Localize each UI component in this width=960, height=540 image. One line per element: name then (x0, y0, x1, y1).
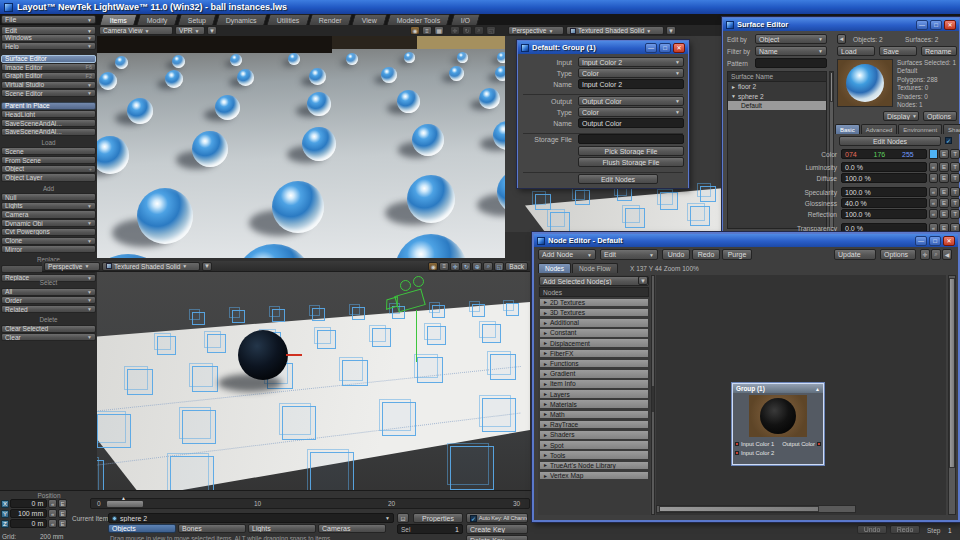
item-lock-button[interactable]: ⊡ (397, 513, 409, 523)
expand-icon[interactable]: ► (543, 361, 548, 367)
expand-icon[interactable]: ► (543, 350, 548, 356)
node-category-additional[interactable]: ►Additional (539, 318, 649, 328)
item-type-bones[interactable]: Bones (178, 524, 246, 533)
port-icon[interactable] (735, 442, 739, 446)
list-icon[interactable]: ≡ (439, 262, 449, 271)
maximize-icon[interactable]: □ (659, 43, 671, 53)
node-category-2d-textures[interactable]: ►2D Textures (539, 298, 649, 308)
current-item-select[interactable]: sphere 2 ▼ (108, 513, 394, 523)
slider-nudge-button[interactable]: « (929, 187, 938, 197)
camera-icon[interactable]: ◉ (428, 262, 438, 271)
minimize-icon[interactable]: — (915, 236, 927, 246)
sidebar-item-virtual-studio[interactable]: Virtual Studio▼ (1, 81, 96, 89)
sidebar-item-from-scene[interactable]: From Scene (1, 156, 96, 164)
expand-icon[interactable]: ▼ (731, 93, 736, 99)
canvas-hscrollbar[interactable] (656, 505, 856, 513)
sidebar-item-scene-editor[interactable]: Scene Editor▼ (1, 89, 96, 97)
envelope-button[interactable]: E (58, 499, 67, 508)
file-menu-button[interactable]: File▼ (1, 15, 96, 24)
maximize-icon[interactable]: □ (930, 20, 942, 30)
envelope-button[interactable]: E (58, 519, 67, 528)
slider-nudge-button[interactable]: « (48, 509, 57, 518)
close-icon[interactable]: ✕ (673, 43, 685, 53)
zoom-icon[interactable]: ⌕ (474, 26, 484, 35)
sidebar-item-order[interactable]: Order▼ (1, 296, 96, 304)
rotate-icon[interactable]: ↻ (461, 262, 471, 271)
sidebar-item-surface-editor[interactable]: Surface Editor (1, 55, 96, 63)
property-value-field[interactable]: 100.0 % (841, 187, 927, 197)
sidebar-item-lights[interactable]: Lights▼ (1, 202, 96, 210)
input-name-field[interactable]: Input Color 2 (578, 79, 684, 89)
property-value-field[interactable]: 100.0 % (841, 209, 927, 219)
node-category-math[interactable]: ►Math (539, 410, 649, 420)
texture-button[interactable]: T (950, 149, 960, 159)
expand-icon[interactable]: ► (543, 299, 548, 305)
pan-icon[interactable]: ✛ (450, 262, 460, 271)
canvas-vscrollbar[interactable] (948, 275, 956, 515)
auto-key-toggle[interactable]: ✓ Auto Key: All Channels ▼ (466, 513, 528, 523)
undo-button[interactable]: Undo (662, 249, 690, 260)
edit-nodes-button[interactable]: Edit Nodes (578, 174, 658, 184)
position-value-field[interactable]: 0 m (10, 519, 47, 528)
edit-by-select[interactable]: Object▼ (755, 34, 827, 44)
output-name-field[interactable]: Output Color (578, 118, 684, 128)
item-type-lights[interactable]: Lights (248, 524, 316, 533)
redo-button[interactable]: Redo (692, 249, 720, 260)
envelope-button[interactable]: E (939, 173, 949, 183)
sidebar-item-camera[interactable]: Camera (1, 210, 96, 218)
grid-icon[interactable]: ▦ (434, 26, 444, 35)
texture-button[interactable]: T (950, 198, 960, 208)
sidebar-item-windows[interactable]: Windows▼ (1, 34, 96, 42)
undo-button[interactable]: Undo (857, 525, 887, 534)
expand-icon[interactable]: ► (543, 371, 548, 377)
close-icon[interactable]: ✕ (943, 236, 955, 246)
add-selected-nodes-button[interactable]: Add Selected Node(s) (539, 276, 649, 286)
rotate-icon[interactable]: ↻ (462, 26, 472, 35)
sidebar-item-mirror[interactable]: Mirror (1, 245, 96, 253)
envelope-button[interactable]: E (939, 149, 949, 159)
tab-shaders[interactable]: Shaders (943, 124, 960, 134)
maximize-icon[interactable]: □ (929, 236, 941, 246)
node-category-constant[interactable]: ►Constant (539, 328, 649, 338)
sidebar-item-clear[interactable]: Clear▼ (1, 333, 96, 341)
property-value-field[interactable]: 100.0 % (841, 173, 927, 183)
perspective-view-select[interactable]: Perspective▼ (44, 262, 100, 271)
menu-tab-setup[interactable]: Setup (177, 14, 216, 25)
node-category-vertex-map[interactable]: ►Vertex Map (539, 471, 649, 481)
node-panel-scrollbar[interactable] (651, 275, 655, 515)
input-port[interactable]: Input Color 2 (735, 450, 774, 456)
item-type-objects[interactable]: Objects (108, 524, 176, 533)
expand-icon[interactable]: ► (543, 401, 548, 407)
redo-button[interactable]: Redo (890, 525, 920, 534)
edit-button[interactable]: Edit▼ (600, 249, 658, 260)
sidebar-item-related[interactable]: Related▼ (1, 305, 96, 313)
edit-nodes-checkbox[interactable]: ✓ (945, 137, 952, 144)
minimize-icon[interactable]: — (645, 43, 657, 53)
timeline-handle[interactable] (106, 500, 144, 508)
update-button[interactable]: Update (834, 249, 876, 260)
present-icon[interactable]: ◀ (942, 249, 952, 260)
slider-nudge-button[interactable]: « (929, 198, 938, 208)
property-value-field[interactable]: 0.0 % (841, 162, 927, 172)
zoom-icon[interactable]: ⌕ (483, 262, 493, 271)
expand-icon[interactable]: ► (543, 462, 548, 468)
expand-icon[interactable]: ► (543, 432, 548, 438)
slider-nudge-button[interactable]: « (48, 499, 57, 508)
sidebar-item-clone[interactable]: Clone▼ (1, 237, 96, 245)
surface-editor-titlebar[interactable]: Surface Editor — □ ✕ (723, 18, 959, 31)
tab-basic[interactable]: Basic (835, 124, 860, 134)
expand-icon[interactable]: ► (543, 340, 548, 346)
display-select[interactable]: Display▼ (883, 111, 919, 121)
rename-button[interactable]: Rename (921, 46, 957, 56)
load-button[interactable]: Load (837, 46, 875, 56)
node-category-tools[interactable]: ►Tools (539, 450, 649, 460)
pick-storage-file-button[interactable]: Pick Storage File (578, 146, 684, 156)
output-select[interactable]: Output Color▼ (578, 96, 684, 106)
menu-tab-modeler-tools[interactable]: Modeler Tools (387, 14, 452, 25)
menu-tab-modify[interactable]: Modify (137, 14, 179, 25)
menu-tab-view[interactable]: View (352, 14, 388, 25)
sidebar-item-object-layer[interactable]: Object Layer (1, 173, 96, 181)
collapse-icon[interactable]: ▲ (815, 386, 820, 392)
sidebar-item-cvt-powergons[interactable]: Cvt Powergons (1, 228, 96, 236)
node-category-displacement[interactable]: ►Displacement (539, 338, 649, 348)
